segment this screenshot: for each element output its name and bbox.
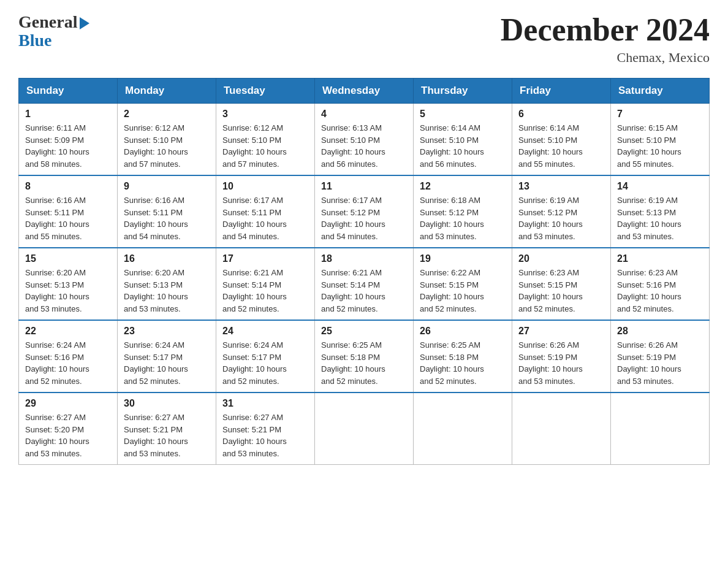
calendar-cell: 11Sunrise: 6:17 AMSunset: 5:12 PMDayligh…: [315, 175, 414, 248]
day-number: 31: [222, 398, 308, 409]
calendar-cell: 16Sunrise: 6:20 AMSunset: 5:13 PMDayligh…: [118, 248, 216, 320]
day-number: 9: [124, 181, 210, 192]
day-number: 8: [25, 181, 111, 192]
day-number: 18: [321, 253, 407, 264]
calendar-cell: 22Sunrise: 6:24 AMSunset: 5:16 PMDayligh…: [19, 320, 118, 393]
calendar-cell: 18Sunrise: 6:21 AMSunset: 5:14 PMDayligh…: [315, 248, 414, 320]
day-number: 28: [617, 326, 703, 337]
day-number: 27: [518, 326, 604, 337]
calendar-week-row: 8Sunrise: 6:16 AMSunset: 5:11 PMDaylight…: [19, 175, 710, 248]
header-tuesday: Tuesday: [216, 79, 315, 104]
calendar-header-row: SundayMondayTuesdayWednesdayThursdayFrid…: [19, 79, 710, 104]
day-info: Sunrise: 6:25 AMSunset: 5:18 PMDaylight:…: [420, 339, 506, 387]
day-number: 25: [321, 326, 407, 337]
calendar-cell: 25Sunrise: 6:25 AMSunset: 5:18 PMDayligh…: [315, 320, 414, 393]
calendar-week-row: 1Sunrise: 6:11 AMSunset: 5:09 PMDaylight…: [19, 104, 710, 176]
logo-arrow-icon: [80, 17, 89, 29]
header-friday: Friday: [512, 79, 611, 104]
day-info: Sunrise: 6:15 AMSunset: 5:10 PMDaylight:…: [617, 122, 703, 170]
calendar-week-row: 22Sunrise: 6:24 AMSunset: 5:16 PMDayligh…: [19, 320, 710, 393]
calendar-cell: 3Sunrise: 6:12 AMSunset: 5:10 PMDaylight…: [216, 104, 315, 176]
day-number: 17: [222, 253, 308, 264]
day-info: Sunrise: 6:18 AMSunset: 5:12 PMDaylight:…: [420, 194, 506, 242]
day-number: 7: [617, 109, 703, 120]
day-info: Sunrise: 6:21 AMSunset: 5:14 PMDaylight:…: [321, 267, 407, 315]
header-saturday: Saturday: [611, 79, 710, 104]
calendar-cell: 19Sunrise: 6:22 AMSunset: 5:15 PMDayligh…: [414, 248, 512, 320]
calendar-cell: 20Sunrise: 6:23 AMSunset: 5:15 PMDayligh…: [512, 248, 611, 320]
calendar-cell: 7Sunrise: 6:15 AMSunset: 5:10 PMDaylight…: [611, 104, 710, 176]
day-number: 24: [222, 326, 308, 337]
day-info: Sunrise: 6:27 AMSunset: 5:20 PMDaylight:…: [25, 412, 111, 459]
day-info: Sunrise: 6:16 AMSunset: 5:11 PMDaylight:…: [124, 194, 210, 242]
calendar-cell: [512, 393, 611, 465]
day-number: 30: [124, 398, 210, 409]
calendar-cell: 21Sunrise: 6:23 AMSunset: 5:16 PMDayligh…: [611, 248, 710, 320]
calendar-cell: [315, 393, 414, 465]
day-number: 20: [518, 253, 604, 264]
day-number: 12: [420, 181, 506, 192]
day-info: Sunrise: 6:13 AMSunset: 5:10 PMDaylight:…: [321, 122, 407, 170]
day-number: 26: [420, 326, 506, 337]
logo: General Blue: [18, 12, 89, 50]
calendar-cell: 24Sunrise: 6:24 AMSunset: 5:17 PMDayligh…: [216, 320, 315, 393]
day-info: Sunrise: 6:27 AMSunset: 5:21 PMDaylight:…: [124, 412, 210, 459]
day-info: Sunrise: 6:21 AMSunset: 5:14 PMDaylight:…: [222, 267, 308, 315]
day-number: 15: [25, 253, 111, 264]
day-number: 16: [124, 253, 210, 264]
calendar-cell: 13Sunrise: 6:19 AMSunset: 5:12 PMDayligh…: [512, 175, 611, 248]
day-info: Sunrise: 6:25 AMSunset: 5:18 PMDaylight:…: [321, 339, 407, 387]
day-info: Sunrise: 6:12 AMSunset: 5:10 PMDaylight:…: [124, 122, 210, 170]
logo-blue-text: Blue: [18, 31, 51, 50]
calendar-cell: [611, 393, 710, 465]
day-info: Sunrise: 6:24 AMSunset: 5:16 PMDaylight:…: [25, 339, 111, 387]
location: Chemax, Mexico: [501, 50, 710, 66]
calendar-cell: 29Sunrise: 6:27 AMSunset: 5:20 PMDayligh…: [19, 393, 118, 465]
day-number: 13: [518, 181, 604, 192]
calendar-cell: 12Sunrise: 6:18 AMSunset: 5:12 PMDayligh…: [414, 175, 512, 248]
day-number: 2: [124, 109, 210, 120]
day-info: Sunrise: 6:27 AMSunset: 5:21 PMDaylight:…: [222, 412, 308, 459]
month-title: December 2024: [501, 12, 710, 47]
calendar-cell: 14Sunrise: 6:19 AMSunset: 5:13 PMDayligh…: [611, 175, 710, 248]
calendar-cell: 5Sunrise: 6:14 AMSunset: 5:10 PMDaylight…: [414, 104, 512, 176]
calendar-cell: 2Sunrise: 6:12 AMSunset: 5:10 PMDaylight…: [118, 104, 216, 176]
day-info: Sunrise: 6:19 AMSunset: 5:12 PMDaylight:…: [518, 194, 604, 242]
day-info: Sunrise: 6:22 AMSunset: 5:15 PMDaylight:…: [420, 267, 506, 315]
day-number: 5: [420, 109, 506, 120]
calendar-cell: 28Sunrise: 6:26 AMSunset: 5:19 PMDayligh…: [611, 320, 710, 393]
day-info: Sunrise: 6:20 AMSunset: 5:13 PMDaylight:…: [25, 267, 111, 315]
day-number: 21: [617, 253, 703, 264]
header-sunday: Sunday: [19, 79, 118, 104]
day-info: Sunrise: 6:26 AMSunset: 5:19 PMDaylight:…: [617, 339, 703, 387]
day-number: 23: [124, 326, 210, 337]
day-number: 4: [321, 109, 407, 120]
day-info: Sunrise: 6:24 AMSunset: 5:17 PMDaylight:…: [124, 339, 210, 387]
header-monday: Monday: [118, 79, 216, 104]
day-info: Sunrise: 6:19 AMSunset: 5:13 PMDaylight:…: [617, 194, 703, 242]
calendar-cell: 9Sunrise: 6:16 AMSunset: 5:11 PMDaylight…: [118, 175, 216, 248]
day-info: Sunrise: 6:11 AMSunset: 5:09 PMDaylight:…: [25, 122, 111, 170]
calendar-cell: 17Sunrise: 6:21 AMSunset: 5:14 PMDayligh…: [216, 248, 315, 320]
day-info: Sunrise: 6:16 AMSunset: 5:11 PMDaylight:…: [25, 194, 111, 242]
day-number: 6: [518, 109, 604, 120]
calendar-cell: 30Sunrise: 6:27 AMSunset: 5:21 PMDayligh…: [118, 393, 216, 465]
day-info: Sunrise: 6:14 AMSunset: 5:10 PMDaylight:…: [518, 122, 604, 170]
calendar-cell: 31Sunrise: 6:27 AMSunset: 5:21 PMDayligh…: [216, 393, 315, 465]
day-info: Sunrise: 6:24 AMSunset: 5:17 PMDaylight:…: [222, 339, 308, 387]
header-thursday: Thursday: [414, 79, 512, 104]
calendar-cell: 8Sunrise: 6:16 AMSunset: 5:11 PMDaylight…: [19, 175, 118, 248]
calendar-cell: 6Sunrise: 6:14 AMSunset: 5:10 PMDaylight…: [512, 104, 611, 176]
day-info: Sunrise: 6:17 AMSunset: 5:11 PMDaylight:…: [222, 194, 308, 242]
calendar-cell: [414, 393, 512, 465]
day-number: 22: [25, 326, 111, 337]
day-number: 11: [321, 181, 407, 192]
day-number: 14: [617, 181, 703, 192]
calendar-cell: 1Sunrise: 6:11 AMSunset: 5:09 PMDaylight…: [19, 104, 118, 176]
calendar-cell: 10Sunrise: 6:17 AMSunset: 5:11 PMDayligh…: [216, 175, 315, 248]
page-header: General Blue December 2024 Chemax, Mexic…: [18, 12, 710, 66]
calendar-cell: 4Sunrise: 6:13 AMSunset: 5:10 PMDaylight…: [315, 104, 414, 176]
day-number: 1: [25, 109, 111, 120]
calendar-week-row: 15Sunrise: 6:20 AMSunset: 5:13 PMDayligh…: [19, 248, 710, 320]
calendar-table: SundayMondayTuesdayWednesdayThursdayFrid…: [18, 78, 710, 465]
